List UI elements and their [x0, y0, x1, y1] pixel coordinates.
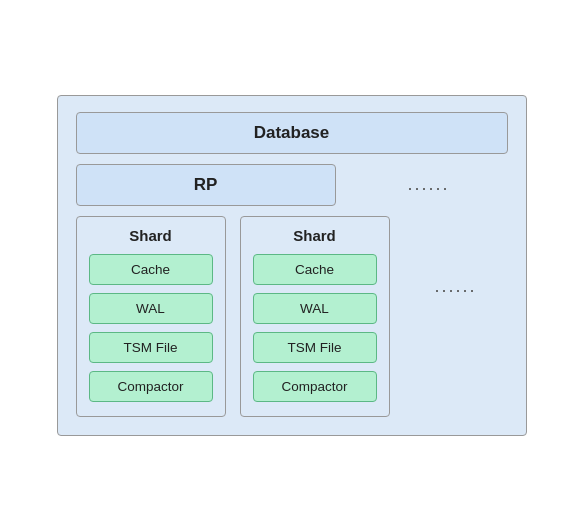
shard-box-1: Shard Cache WAL TSM File Compactor: [76, 216, 226, 417]
database-label: Database: [76, 112, 508, 154]
wal-component-1: WAL: [89, 293, 213, 324]
tsm-component-2: TSM File: [253, 332, 377, 363]
cache-component-1: Cache: [89, 254, 213, 285]
rp-label: RP: [76, 164, 336, 206]
compactor-component-1: Compactor: [89, 371, 213, 402]
shards-dots: ......: [404, 216, 508, 297]
tsm-component-1: TSM File: [89, 332, 213, 363]
database-box: Database RP ...... Shard Cache WAL TSM F…: [57, 95, 527, 436]
rp-row: RP ......: [76, 164, 508, 206]
shard-title-2: Shard: [253, 227, 377, 244]
compactor-component-2: Compactor: [253, 371, 377, 402]
shards-row: Shard Cache WAL TSM File Compactor Shard…: [76, 216, 508, 417]
shard-title-1: Shard: [89, 227, 213, 244]
rp-dots: ......: [350, 174, 508, 195]
wal-component-2: WAL: [253, 293, 377, 324]
shard-box-2: Shard Cache WAL TSM File Compactor: [240, 216, 390, 417]
diagram-wrapper: Database RP ...... Shard Cache WAL TSM F…: [0, 0, 583, 530]
cache-component-2: Cache: [253, 254, 377, 285]
